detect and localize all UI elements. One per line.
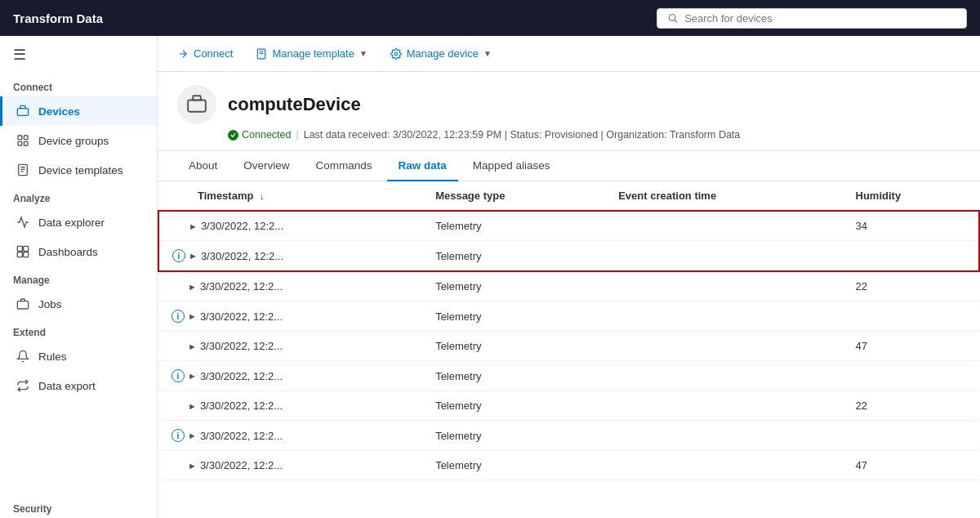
table-row: ► 3/30/2022, 12:2... Telemetry 47 (158, 451, 979, 480)
expand-button[interactable]: ► (189, 221, 198, 231)
expand-button[interactable]: ► (188, 431, 197, 440)
cell-timestamp: i ► 3/30/2022, 12:2... (158, 301, 422, 332)
sidebar-item-device-groups[interactable]: Device groups (0, 126, 157, 155)
info-icon[interactable]: i (172, 369, 185, 382)
table-area: Timestamp ↓ Message type Event creation … (158, 181, 980, 518)
device-templates-icon (16, 163, 30, 177)
device-header: computeDevice Connected | Last data rece… (158, 72, 980, 151)
sidebar-label-jobs: Jobs (38, 298, 62, 310)
expand-button[interactable]: ► (188, 311, 197, 321)
info-icon[interactable]: i (172, 249, 185, 262)
svg-point-0 (669, 15, 675, 21)
cell-humidity (843, 421, 979, 451)
expand-button[interactable]: ► (188, 371, 197, 381)
manage-template-icon (256, 48, 267, 60)
cell-timestamp: ► 3/30/2022, 12:2... (158, 332, 422, 361)
table-row: ► 3/30/2022, 12:2... Telemetry 47 (158, 332, 979, 361)
sidebar-item-data-export[interactable]: Data export (0, 371, 157, 400)
device-meta: Connected | Last data received: 3/30/202… (228, 129, 960, 141)
tab-raw-data[interactable]: Raw data (387, 151, 458, 181)
data-table: Timestamp ↓ Message type Event creation … (158, 181, 980, 480)
sidebar-item-device-templates[interactable]: Device templates (0, 155, 157, 185)
cell-event-creation-time (605, 361, 842, 391)
cell-timestamp: i ► 3/30/2022, 12:2... (158, 421, 422, 451)
search-input[interactable] (684, 12, 956, 25)
svg-point-19 (394, 52, 398, 56)
rules-icon (16, 349, 30, 364)
sidebar-item-devices[interactable]: Devices (0, 96, 157, 126)
connect-button[interactable]: Connect (174, 44, 236, 63)
sidebar-label-device-templates: Device templates (38, 164, 123, 176)
col-event-creation-time[interactable]: Event creation time (605, 181, 842, 211)
sidebar-item-jobs[interactable]: Jobs (0, 289, 157, 319)
hamburger-button[interactable]: ☰ (0, 36, 157, 74)
table-row: ► 3/30/2022, 12:2... Telemetry 34 (158, 211, 979, 241)
manage-template-button[interactable]: Manage template ▼ (252, 44, 370, 63)
col-message-type[interactable]: Message type (422, 181, 605, 211)
jobs-icon (16, 297, 30, 311)
cell-message-type: Telemetry (422, 361, 605, 391)
table-row: i ► 3/30/2022, 12:2... Telemetry (158, 361, 979, 391)
table-body: ► 3/30/2022, 12:2... Telemetry 34 i ► 3/… (158, 211, 979, 480)
data-explorer-icon (16, 215, 30, 230)
sidebar-label-dashboards: Dashboards (38, 246, 98, 258)
sidebar-bottom: Security (0, 495, 157, 518)
tab-overview[interactable]: Overview (232, 151, 301, 181)
sidebar-item-rules[interactable]: Rules (0, 342, 157, 371)
sidebar-item-dashboards[interactable]: Dashboards (0, 237, 157, 266)
device-title-row: computeDevice (177, 85, 960, 124)
sidebar-section-extend: Extend (0, 319, 157, 342)
cell-humidity (843, 301, 979, 332)
manage-template-chevron: ▼ (359, 49, 368, 58)
info-icon[interactable]: i (172, 310, 185, 323)
sidebar-label-rules: Rules (38, 351, 67, 363)
svg-rect-13 (17, 252, 22, 257)
expand-button[interactable]: ► (188, 282, 197, 292)
manage-device-button[interactable]: Manage device ▼ (387, 44, 495, 63)
cell-message-type: Telemetry (422, 271, 605, 301)
topbar: Transform Data (0, 0, 980, 36)
cell-message-type: Telemetry (422, 451, 605, 480)
sidebar-section-analyze: Analyze (0, 185, 157, 208)
tab-mapped-aliases[interactable]: Mapped aliases (461, 151, 562, 181)
sidebar-label-device-groups: Device groups (38, 135, 109, 147)
sidebar: ☰ Connect Devices Device groups Device t… (0, 36, 158, 518)
tab-commands[interactable]: Commands (305, 151, 384, 181)
cell-message-type: Telemetry (422, 211, 605, 241)
cell-timestamp: i ► 3/30/2022, 12:2... (158, 241, 422, 272)
col-humidity[interactable]: Humidity (843, 181, 979, 211)
device-icon (177, 85, 216, 124)
cell-event-creation-time (605, 421, 842, 451)
expand-button[interactable]: ► (188, 342, 197, 351)
info-icon[interactable]: i (172, 429, 185, 442)
cell-message-type: Telemetry (422, 391, 605, 421)
expand-button[interactable]: ► (188, 401, 197, 411)
cell-humidity: 34 (843, 211, 979, 241)
cell-event-creation-time (605, 271, 842, 301)
device-name: computeDevice (228, 94, 361, 115)
devices-icon (16, 104, 30, 118)
col-timestamp[interactable]: Timestamp ↓ (158, 181, 422, 211)
cell-message-type: Telemetry (422, 241, 605, 272)
tabs-bar: About Overview Commands Raw data Mapped … (158, 151, 980, 181)
svg-rect-12 (24, 246, 29, 251)
cell-event-creation-time (605, 451, 842, 480)
app-title: Transform Data (13, 11, 103, 25)
table-row: ► 3/30/2022, 12:2... Telemetry 22 (158, 391, 979, 421)
cell-timestamp: i ► 3/30/2022, 12:2... (158, 361, 422, 391)
tab-about[interactable]: About (177, 151, 229, 181)
content-area: Connect Manage template ▼ Manage device … (158, 36, 980, 518)
search-bar[interactable] (657, 8, 967, 29)
svg-line-1 (675, 20, 677, 22)
sidebar-item-data-explorer[interactable]: Data explorer (0, 208, 157, 237)
cell-message-type: Telemetry (422, 332, 605, 361)
table-row: i ► 3/30/2022, 12:2... Telemetry (158, 421, 979, 451)
sidebar-label-devices: Devices (38, 105, 80, 118)
sidebar-label-data-export: Data export (38, 380, 96, 392)
cell-event-creation-time (605, 301, 842, 332)
expand-button[interactable]: ► (189, 251, 198, 261)
svg-rect-11 (17, 246, 22, 251)
expand-button[interactable]: ► (188, 461, 197, 471)
svg-rect-5 (18, 141, 22, 145)
cell-humidity (843, 361, 979, 391)
